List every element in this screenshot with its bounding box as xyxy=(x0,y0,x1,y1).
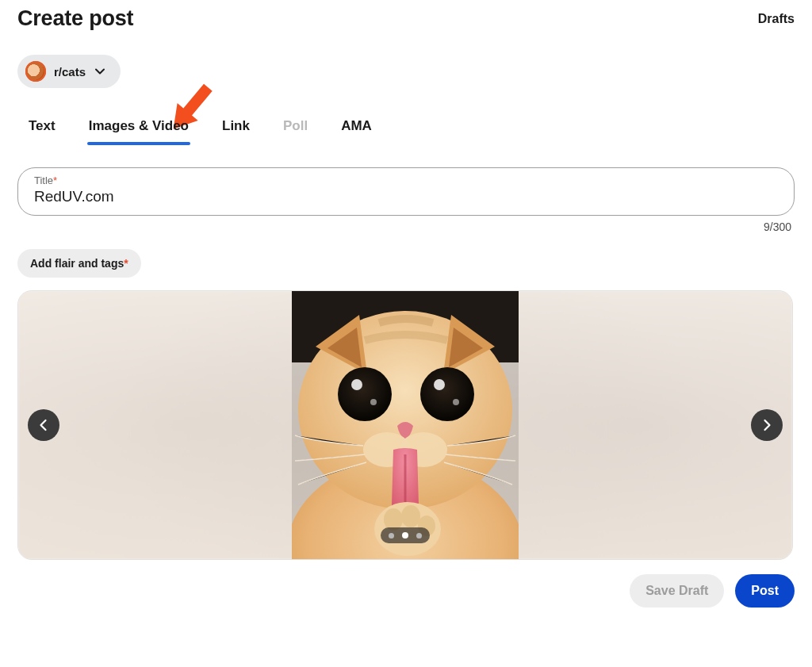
svg-point-9 xyxy=(370,399,377,405)
tab-poll: Poll xyxy=(283,118,308,144)
tab-link[interactable]: Link xyxy=(222,118,250,144)
svg-point-10 xyxy=(453,399,459,405)
media-preview xyxy=(17,290,793,560)
tab-text[interactable]: Text xyxy=(29,118,56,144)
title-label: Title* xyxy=(34,174,778,186)
title-character-count: 9/300 xyxy=(17,220,795,233)
media-page-indicator xyxy=(381,527,430,543)
community-selector[interactable]: r/cats xyxy=(17,55,121,88)
media-next-button[interactable] xyxy=(751,409,783,441)
title-input[interactable] xyxy=(34,186,778,205)
chevron-down-icon xyxy=(94,65,106,78)
title-field-container[interactable]: Title* xyxy=(17,167,795,216)
save-draft-button: Save Draft xyxy=(630,574,724,608)
chevron-left-icon xyxy=(36,418,51,432)
svg-point-7 xyxy=(351,379,362,390)
media-prev-button[interactable] xyxy=(28,409,59,441)
community-avatar-icon xyxy=(25,61,46,82)
svg-point-5 xyxy=(338,367,392,421)
svg-point-8 xyxy=(434,379,445,390)
community-name: r/cats xyxy=(54,65,86,79)
post-type-tabs: Text Images & Video Link Poll AMA xyxy=(17,118,795,144)
add-flair-button[interactable]: Add flair and tags* xyxy=(17,249,141,278)
page-title: Create post xyxy=(17,6,133,31)
tab-ama[interactable]: AMA xyxy=(341,118,372,144)
svg-point-6 xyxy=(420,367,474,421)
chevron-right-icon xyxy=(760,418,774,432)
svg-point-16 xyxy=(401,505,420,527)
page-dot[interactable] xyxy=(416,533,422,539)
page-dot[interactable] xyxy=(402,532,408,539)
drafts-link[interactable]: Drafts xyxy=(758,12,795,26)
post-button[interactable]: Post xyxy=(735,574,795,608)
page-dot[interactable] xyxy=(389,533,394,539)
tab-images-video[interactable]: Images & Video xyxy=(89,118,189,144)
media-image[interactable] xyxy=(292,291,519,559)
